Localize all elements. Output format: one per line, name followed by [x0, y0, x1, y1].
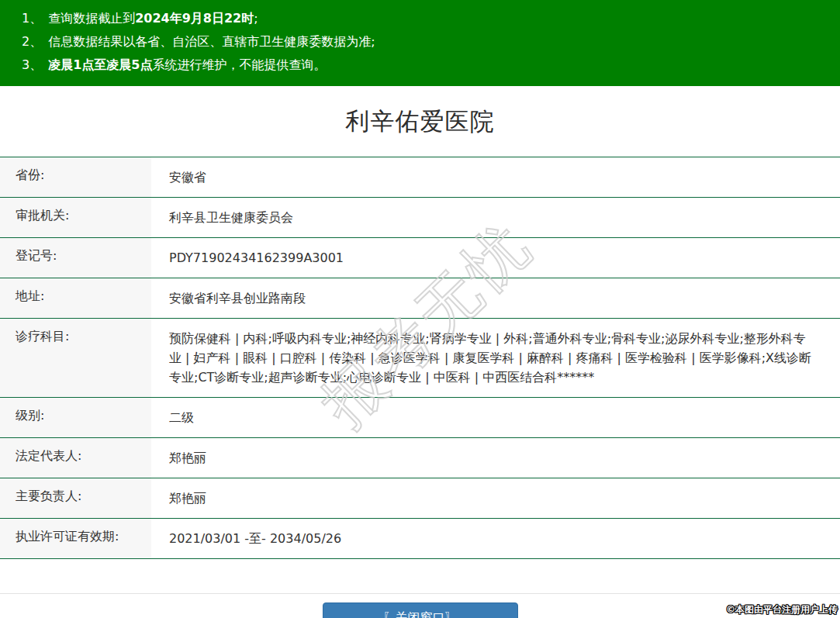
table-row: 执业许可证有效期:2021/03/01 -至- 2034/05/26: [0, 519, 840, 559]
row-label: 执业许可证有效期:: [0, 519, 151, 558]
notice-text: 查询数据截止到: [48, 11, 135, 26]
notice-item: 1、查询数据截止到2024年9月8日22时;: [22, 7, 832, 30]
table-row: 诊疗科目:预防保健科 | 内科;呼吸内科专业;神经内科专业;肾病学专业 | 外科…: [0, 319, 840, 398]
empty-table-row: [0, 559, 840, 594]
row-value: PDY71902434162399A3001: [151, 238, 840, 278]
notice-number: 1、: [22, 11, 42, 26]
notice-number: 2、: [22, 34, 42, 49]
table-row: 省份:安徽省: [0, 157, 840, 198]
notice-text: ;: [254, 11, 258, 26]
notice-item: 3、凌晨1点至凌晨5点系统进行维护，不能提供查询。: [22, 54, 832, 77]
row-label: 法定代表人:: [0, 438, 151, 478]
row-label: 地址:: [0, 278, 151, 318]
info-table: 省份:安徽省审批机关:利辛县卫生健康委员会登记号:PDY719024341623…: [0, 157, 840, 559]
row-label: 省份:: [0, 157, 151, 197]
button-area: 〖关闭窗口〗: [0, 594, 840, 618]
row-label: 级别:: [0, 398, 151, 437]
row-label: 主要负责人:: [0, 478, 151, 518]
row-value: 2021/03/01 -至- 2034/05/26: [151, 519, 840, 558]
row-value: 郑艳丽: [151, 438, 840, 478]
notice-item: 2、信息数据结果以各省、自治区、直辖市卫生健康委数据为准;: [22, 30, 832, 54]
table-row: 地址:安徽省利辛县创业路南段: [0, 278, 840, 319]
notice-banner: 1、查询数据截止到2024年9月8日22时;2、信息数据结果以各省、自治区、直辖…: [0, 0, 840, 86]
row-value: 郑艳丽: [151, 478, 840, 518]
row-value: 二级: [151, 398, 840, 437]
row-value: 安徽省: [151, 157, 840, 197]
page-title: 利辛佑爱医院: [0, 105, 840, 138]
row-label: 诊疗科目:: [0, 319, 151, 397]
notice-text: 系统进行维护，不能提供查询。: [152, 57, 326, 72]
table-row: 审批机关:利辛县卫生健康委员会: [0, 198, 840, 238]
notice-text: 信息数据结果以各省、自治区、直辖市卫生健康委数据为准;: [48, 34, 375, 49]
table-row: 主要负责人:郑艳丽: [0, 478, 840, 519]
photo-credit-watermark: ©本图由平台注册用户上传: [726, 603, 838, 616]
table-row: 登记号:PDY71902434162399A3001: [0, 238, 840, 278]
row-value: 安徽省利辛县创业路南段: [151, 278, 840, 318]
notice-list: 1、查询数据截止到2024年9月8日22时;2、信息数据结果以各省、自治区、直辖…: [22, 7, 832, 77]
table-row: 法定代表人:郑艳丽: [0, 438, 840, 478]
notice-text-bold: 凌晨1点至凌晨5点: [48, 57, 152, 72]
row-value: 预防保健科 | 内科;呼吸内科专业;神经内科专业;肾病学专业 | 外科;普通外科…: [151, 319, 840, 397]
table-row: 级别:二级: [0, 398, 840, 438]
notice-text-bold: 2024年9月8日22时: [135, 11, 254, 26]
row-label: 审批机关:: [0, 198, 151, 237]
row-value: 利辛县卫生健康委员会: [151, 198, 840, 237]
row-label: 登记号:: [0, 238, 151, 278]
notice-number: 3、: [22, 57, 42, 72]
close-window-button[interactable]: 〖关闭窗口〗: [323, 602, 518, 618]
